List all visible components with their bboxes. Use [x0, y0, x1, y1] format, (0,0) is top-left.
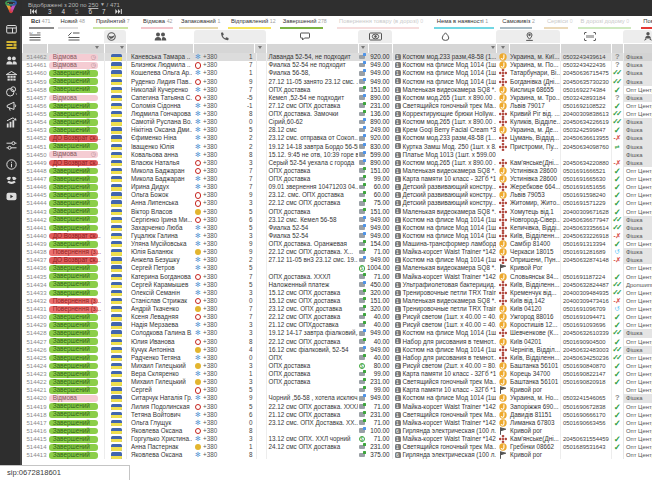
svg-text:ID: ID — [29, 32, 33, 35]
